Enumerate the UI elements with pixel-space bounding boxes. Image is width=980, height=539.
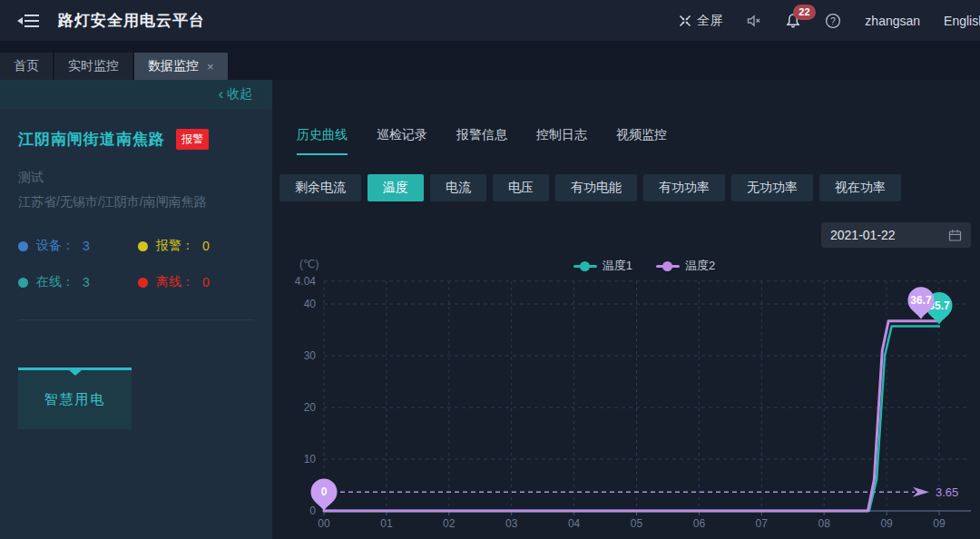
help-button[interactable]: ? [825,13,841,29]
status-dot [138,241,148,251]
date-picker-input[interactable]: 2021-01-22 [821,222,971,248]
status-dot [18,241,28,251]
station-address: 江苏省/无锡市/江阴市/南闸南焦路 [18,194,254,211]
sidebar-header-strip: 收起 [0,80,272,109]
status-dot [138,278,148,288]
x-tick-label: 07 [756,517,769,530]
date-picker-row: 2021-01-22 [821,222,971,248]
metric-button-电流[interactable]: 电流 [430,174,486,201]
triangle-down-icon [68,369,83,376]
y-tick-label: 40 [304,298,317,310]
x-tick-label: 04 [568,517,581,530]
pin-label: 36.7 [910,294,932,307]
alarm-status-badge: 报警 [176,129,209,150]
detail-tabs: 历史曲线巡检记录报警信息控制日志视频监控 [297,127,980,155]
stat-离线: 离线：0 [138,274,254,290]
collapse-label: 收起 [227,86,252,103]
page-title: 路灯安全用电云平台 [58,10,205,31]
stat-value: 3 [83,275,90,289]
series-line-温度2 [324,321,939,511]
x-tick-label: 09 [933,517,946,530]
stat-label: 设备： [36,238,74,254]
x-tick-label: 03 [505,517,518,530]
metric-button-有功功率[interactable]: 有功功率 [643,174,725,201]
x-tick-label: 01 [380,517,393,530]
mute-button[interactable] [746,14,761,28]
window-tab-首页[interactable]: 首页 [0,53,53,80]
y-tick-label: 4.04 [295,275,317,288]
x-tick-label: 00 [318,517,330,530]
date-value: 2021-01-22 [830,228,896,242]
stat-在线: 在线：3 [18,274,138,290]
stat-label: 在线： [36,274,74,290]
stat-报警: 报警：0 [138,238,254,254]
window-tab-label: 数据监控 [148,58,199,74]
x-tick-label: 06 [693,517,706,530]
x-tick-label: 02 [443,517,456,530]
tab-控制日志[interactable]: 控制日志 [536,127,587,155]
notification-count-badge: 22 [793,5,815,20]
window-tab-实时监控[interactable]: 实时监控 [54,53,132,80]
language-switch[interactable]: English [944,14,980,28]
y-tick-label: 30 [304,349,317,362]
stat-设备: 设备：3 [18,238,138,254]
collapse-menu-icon[interactable] [16,12,40,30]
stat-value: 0 [202,275,210,289]
metric-button-无功功率[interactable]: 无功功率 [731,174,813,201]
tab-报警信息[interactable]: 报警信息 [456,127,507,155]
station-subtitle: 测试 [18,170,254,186]
notifications-button[interactable]: 22 [785,13,801,29]
window-tabbar: 首页实时监控数据监控× [0,41,980,80]
tab-视频监控[interactable]: 视频监控 [616,127,667,155]
tab-历史曲线[interactable]: 历史曲线 [297,127,348,155]
metric-button-剩余电流[interactable]: 剩余电流 [279,174,361,201]
fullscreen-label: 全屏 [697,13,722,29]
y-tick-label: 0 [309,505,316,517]
x-tick-label: 08 [818,517,831,530]
temperature-history-chart: (℃) 温度1温度2 00010203040506070809090102030… [272,254,980,539]
close-tab-icon[interactable]: × [207,60,214,74]
module-card-label: 智慧用电 [44,391,106,408]
window-tab-label: 实时监控 [68,58,119,74]
fullscreen-button[interactable]: 全屏 [678,13,722,29]
station-sidebar: 江阴南闸街道南焦路 报警 测试 江苏省/无锡市/江阴市/南闸南焦路 设备：3报警… [0,109,272,539]
stat-value: 0 [202,239,210,253]
window-tab-数据监控[interactable]: 数据监控× [134,53,228,80]
sidebar-divider [18,319,254,320]
chevron-left-icon [219,86,223,103]
fullscreen-icon [678,14,692,28]
user-menu[interactable]: zhangsan [865,14,920,28]
header-actions: 全屏 22 ? zhangsan English [678,13,980,29]
help-icon: ? [825,13,841,29]
svg-text:?: ? [831,15,837,25]
x-tick-label: 05 [631,517,643,530]
station-title-row: 江阴南闸街道南焦路 报警 [18,129,254,150]
stat-label: 报警： [156,238,194,254]
status-dot [18,278,28,288]
collapse-sidebar-button[interactable]: 收起 [219,86,252,103]
metric-button-温度[interactable]: 温度 [368,174,424,201]
window-tab-label: 首页 [14,58,39,74]
module-card-smart-power[interactable]: 智慧用电 [18,368,132,429]
tab-巡检记录[interactable]: 巡检记录 [377,127,427,155]
mark-line-arrow [913,487,929,497]
metric-button-有功电能[interactable]: 有功电能 [555,174,637,201]
stat-value: 3 [83,239,90,253]
calendar-icon [948,229,962,242]
x-tick-label: 09 [880,517,893,530]
mark-line-label: 3.65 [936,485,958,499]
y-tick-label: 10 [304,453,317,466]
metric-buttons-row: 剩余电流温度电流电压有功电能有功功率无功功率视在功率 [279,174,980,201]
pin-label: 0 [321,485,328,498]
station-stats: 设备：3报警：0在线：3离线：0 [18,238,254,290]
y-tick-label: 20 [304,401,317,414]
series-line-温度1 [324,327,939,511]
metric-button-电压[interactable]: 电压 [493,174,549,201]
main-content: 历史曲线巡检记录报警信息控制日志视频监控 剩余电流温度电流电压有功电能有功功率无… [272,80,980,539]
stat-label: 离线： [156,274,194,290]
speaker-muted-icon [746,14,761,28]
station-name: 江阴南闸街道南焦路 [18,129,165,150]
line-chart-canvas: 00010203040506070809090102030404.043.653… [272,254,980,539]
app-header: 路灯安全用电云平台 全屏 [0,0,980,41]
metric-button-视在功率[interactable]: 视在功率 [819,174,901,201]
